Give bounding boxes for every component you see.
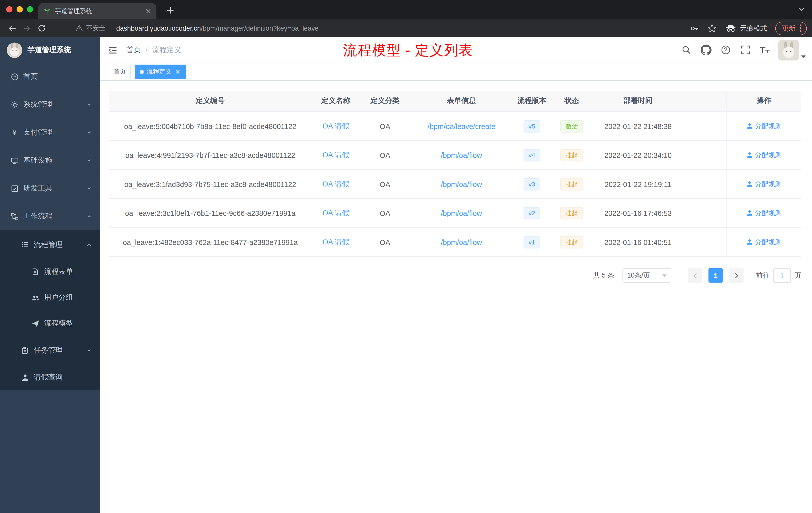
search-icon[interactable] — [680, 44, 693, 56]
sidebar-item-process-form[interactable]: 流程表单 — [0, 259, 100, 284]
assign-rule-link[interactable]: 分配规则 — [746, 237, 782, 247]
app-header: 首页 / 流程定义 流程模型 - 定义列表 — [100, 37, 812, 63]
tag-process-definition[interactable]: 流程定义 — [135, 64, 186, 79]
version-tag: v1 — [523, 236, 540, 248]
forward-icon[interactable] — [20, 21, 34, 36]
sidebar-item-home[interactable]: 首页 — [0, 63, 100, 91]
assign-rule-link[interactable]: 分配规则 — [746, 121, 782, 131]
sidebar-item-label: 流程表单 — [44, 267, 73, 276]
bookmark-star-icon[interactable] — [707, 24, 717, 33]
sidebar-item-label: 流程模型 — [44, 319, 73, 328]
form-link[interactable]: /bpm/oa/leave/create — [428, 122, 495, 130]
prev-page-button[interactable] — [688, 268, 702, 282]
column-header: 定义名称 — [311, 96, 360, 105]
help-icon[interactable] — [719, 44, 732, 56]
logo-avatar — [7, 42, 22, 58]
header-actions — [680, 40, 806, 60]
form-link[interactable]: /bpm/oa/flow — [441, 180, 482, 188]
sidebar-item-infrastructure[interactable]: 基础设施 — [0, 147, 100, 175]
red-annotation-title: 流程模型 - 定义列表 — [343, 41, 473, 59]
column-header: 部署时间 — [593, 96, 683, 105]
assign-rule-link[interactable]: 分配规则 — [746, 179, 782, 189]
sidebar-item-payment[interactable]: ¥ 支付管理 — [0, 118, 100, 146]
new-tab-button[interactable] — [164, 3, 177, 17]
table-row: oa_leave:2:3c1f0ef1-76b1-11ec-9c66-a2380… — [109, 199, 801, 228]
definition-name-link[interactable]: OA 请假 — [323, 150, 349, 160]
close-window-button[interactable] — [6, 6, 12, 12]
deploy-time: 2022-01-22 21:48:38 — [593, 122, 683, 130]
definition-name-link[interactable]: OA 请假 — [323, 179, 349, 189]
sidebar-item-system[interactable]: 系统管理 — [0, 91, 100, 118]
maximize-window-button[interactable] — [27, 6, 33, 12]
user-icon — [746, 210, 753, 216]
window-controls — [6, 6, 33, 12]
page-size-value: 10条/页 — [627, 271, 650, 280]
dashboard-icon — [10, 72, 19, 81]
sidebar-item-process-model[interactable]: 流程模型 — [0, 311, 100, 337]
sidebar-fold-icon[interactable] — [108, 45, 118, 55]
sidebar-item-workflow[interactable]: 工作流程 — [0, 202, 100, 230]
chevron-down-icon — [662, 274, 667, 277]
column-header: 状态 — [550, 96, 593, 105]
gear-icon — [10, 100, 19, 109]
goto-page-input[interactable] — [773, 268, 791, 282]
security-warning: 不安全 — [76, 24, 106, 33]
next-page-button[interactable] — [729, 268, 744, 282]
column-header: 操作 — [726, 91, 801, 112]
users-icon — [31, 293, 39, 302]
browser-update-chip[interactable]: 更新 — [775, 22, 807, 35]
monitor-icon — [10, 156, 19, 164]
password-key-icon[interactable] — [690, 24, 699, 33]
page-number-button[interactable]: 1 — [708, 268, 723, 282]
table-row: oa_leave:4:991f2193-7b7f-11ec-a3c8-acde4… — [109, 141, 801, 170]
browser-toolbar: 不安全 dashboard.yudao.iocoder.cn /bpm/mana… — [0, 19, 812, 37]
page-unit-label: 页 — [794, 271, 801, 280]
back-icon[interactable] — [5, 21, 20, 36]
definition-id: oa_leave:5:004b710b-7b8a-11ec-8ef0-acde4… — [109, 122, 311, 130]
deploy-time: 2022-01-16 17:46:53 — [593, 209, 683, 217]
form-link[interactable]: /bpm/oa/flow — [441, 209, 482, 217]
tab-search-chevron-icon[interactable] — [799, 6, 805, 12]
definition-id: oa_leave:2:3c1f0ef1-76b1-11ec-9c66-a2380… — [109, 209, 311, 217]
page-size-select[interactable]: 10条/页 — [622, 268, 671, 282]
definition-name-link[interactable]: OA 请假 — [323, 121, 349, 131]
form-link[interactable]: /bpm/oa/flow — [441, 238, 482, 246]
sidebar-item-process-management[interactable]: 流程管理 — [0, 231, 100, 259]
font-size-icon[interactable] — [759, 44, 771, 56]
deploy-time: 2022-01-22 20:34:10 — [593, 151, 683, 159]
sidebar-item-label: 流程管理 — [34, 240, 63, 249]
avatar-image — [778, 40, 799, 60]
browser-tab[interactable]: 芋道管理系统 — [38, 3, 156, 19]
assign-rule-label: 分配规则 — [755, 150, 782, 160]
user-avatar[interactable] — [778, 40, 806, 60]
main-content: 定义编号 定义名称 定义分类 表单信息 流程版本 状态 部署时间 操作 oa_l… — [100, 81, 812, 513]
tag-home[interactable]: 首页 — [109, 64, 130, 79]
address-bar[interactable]: 不安全 dashboard.yudao.iocoder.cn /bpm/mana… — [76, 24, 690, 33]
browser-window: 芋道管理系统 不安全 dashboard.yudao.i — [0, 0, 812, 513]
assign-rule-link[interactable]: 分配规则 — [746, 150, 782, 160]
form-link[interactable]: /bpm/oa/flow — [441, 151, 482, 159]
definition-category: OA — [360, 122, 410, 130]
reload-icon[interactable] — [34, 21, 49, 36]
sidebar-item-user-group[interactable]: 用户分组 — [0, 284, 100, 310]
definition-name-link[interactable]: OA 请假 — [323, 208, 349, 218]
sidebar-item-dev-tools[interactable]: 研发工具 — [0, 175, 100, 202]
tab-close-icon[interactable] — [146, 8, 151, 14]
fullscreen-icon[interactable] — [739, 44, 752, 56]
tag-close-icon[interactable] — [174, 68, 181, 75]
minimize-window-button[interactable] — [17, 6, 23, 12]
github-icon[interactable] — [699, 44, 712, 56]
assign-rule-link[interactable]: 分配规则 — [746, 208, 782, 218]
incognito-badge: 无痕模式 — [725, 24, 767, 33]
sidebar-item-task-management[interactable]: 任务管理 — [0, 337, 100, 364]
breadcrumb-separator: / — [146, 46, 148, 54]
definition-name-link[interactable]: OA 请假 — [323, 237, 349, 247]
sidebar-item-label: 任务管理 — [34, 346, 63, 355]
url-path: /bpm/manager/definition?key=oa_leave — [201, 24, 319, 32]
status-badge: 挂起 — [560, 207, 583, 219]
chevron-down-icon — [86, 186, 92, 191]
favicon-leaf-icon — [44, 7, 51, 15]
sidebar-item-leave-query[interactable]: 请假查询 — [0, 364, 100, 390]
document-icon — [31, 268, 39, 276]
breadcrumb-home[interactable]: 首页 — [126, 45, 141, 55]
